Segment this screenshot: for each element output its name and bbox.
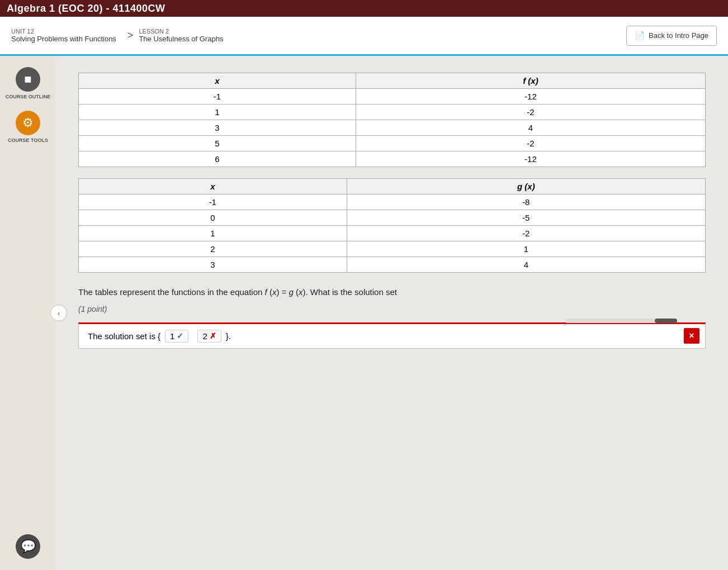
gx-x-cell: -1	[79, 194, 347, 210]
table-row: 21	[79, 241, 706, 257]
lesson-label: LESSON 2	[139, 28, 223, 35]
lesson-name: The Usefulness of Graphs	[139, 35, 223, 43]
fx-x-cell: 3	[79, 120, 356, 136]
collapse-button[interactable]: ‹	[50, 305, 67, 321]
top-bar: Algebra 1 (EOC 20) - 411400CW	[0, 0, 728, 17]
back-button-label: Back to Intro Page	[649, 31, 708, 40]
table-row: 0-5	[79, 210, 706, 226]
fx-val-cell: -2	[356, 104, 705, 120]
gx-val-cell: -8	[347, 194, 705, 210]
table-row: 1-2	[79, 104, 706, 120]
back-icon: 📄	[635, 31, 645, 41]
fx-x-cell: -1	[79, 89, 356, 104]
fx-x-cell: 5	[79, 136, 356, 151]
tool-icon: ⚙	[16, 111, 40, 135]
delete-button[interactable]: ×	[684, 328, 699, 344]
nav-bar: UNIT 12 Solving Problems with Functions …	[0, 17, 728, 56]
gx-val-cell: -2	[347, 226, 705, 241]
gx-x-cell: 0	[79, 210, 347, 226]
back-to-intro-button[interactable]: 📄 Back to Intro Page	[626, 26, 717, 46]
unit-label: UNIT 12	[11, 28, 116, 35]
nav-lesson: LESSON 2 The Usefulness of Graphs	[139, 28, 223, 43]
table-row: -1-8	[79, 194, 706, 210]
tables-container: x f (x) -1-121-2345-26-12 x g (x) -1-80-…	[78, 73, 706, 273]
sidebar-item-course-outline[interactable]: ■ COURSE OUTLINE	[6, 67, 51, 99]
gx-x-cell: 1	[79, 226, 347, 241]
main-layout: ■ COURSE OUTLINE ⚙ COURSE TOOLS ‹ 💬 x f …	[0, 56, 728, 570]
answer-token-1: 1 ✓	[165, 330, 188, 343]
answer-area: The solution set is { 1 ✓ 2 ✗ }. ×	[78, 322, 706, 349]
table-row: 34	[79, 120, 706, 136]
token-1-check-icon: ✓	[177, 331, 183, 340]
gx-val-cell: 4	[347, 257, 705, 273]
token-2-x-icon: ✗	[210, 331, 216, 340]
fx-val-cell: 4	[356, 120, 705, 136]
gx-val-cell: 1	[347, 241, 705, 257]
table-row: 5-2	[79, 136, 706, 151]
gx-val-cell: -5	[347, 210, 705, 226]
table-row: 1-2	[79, 226, 706, 241]
answer-token-2: 2 ✗	[197, 330, 221, 343]
answer-suffix: }.	[226, 331, 231, 341]
fx-val-cell: -2	[356, 136, 705, 151]
scroll-bar	[565, 319, 677, 323]
scroll-thumb	[655, 319, 677, 323]
table-row: 34	[79, 257, 706, 273]
token-1-value: 1	[170, 331, 174, 341]
gx-x-cell: 3	[79, 257, 347, 273]
nav-arrow: >	[127, 30, 134, 41]
fx-x-cell: 1	[79, 104, 356, 120]
problem-description: The tables represent the functions in th…	[78, 286, 706, 299]
points-text: (1 point)	[78, 305, 706, 314]
sidebar-item-course-tools[interactable]: ⚙ COURSE TOOLS	[8, 111, 48, 143]
token-2-value: 2	[202, 331, 207, 341]
table-gx-col1-header: x	[79, 179, 347, 194]
fx-val-cell: -12	[356, 89, 705, 104]
table-row: 6-12	[79, 151, 706, 167]
book-icon: ■	[16, 67, 40, 92]
chat-icon[interactable]: 💬	[16, 534, 40, 559]
answer-prefix: The solution set is {	[88, 331, 160, 341]
fx-val-cell: -12	[356, 151, 705, 167]
table-row: -1-12	[79, 89, 706, 104]
course-outline-label: COURSE OUTLINE	[6, 94, 51, 99]
unit-name: Solving Problems with Functions	[11, 35, 116, 43]
table-gx: x g (x) -1-80-51-22134	[78, 178, 706, 273]
sidebar: ■ COURSE OUTLINE ⚙ COURSE TOOLS ‹ 💬	[0, 56, 56, 570]
table-fx-col2-header: f (x)	[356, 73, 705, 89]
gx-x-cell: 2	[79, 241, 347, 257]
nav-unit: UNIT 12 Solving Problems with Functions	[11, 28, 116, 43]
table-fx-col1-header: x	[79, 73, 356, 89]
fx-x-cell: 6	[79, 151, 356, 167]
app-title: Algebra 1 (EOC 20) - 411400CW	[7, 3, 166, 15]
table-fx: x f (x) -1-121-2345-26-12	[78, 73, 706, 167]
table-gx-col2-header: g (x)	[347, 179, 705, 194]
content-area: x f (x) -1-121-2345-26-12 x g (x) -1-80-…	[56, 56, 728, 570]
course-tools-label: COURSE TOOLS	[8, 137, 48, 143]
